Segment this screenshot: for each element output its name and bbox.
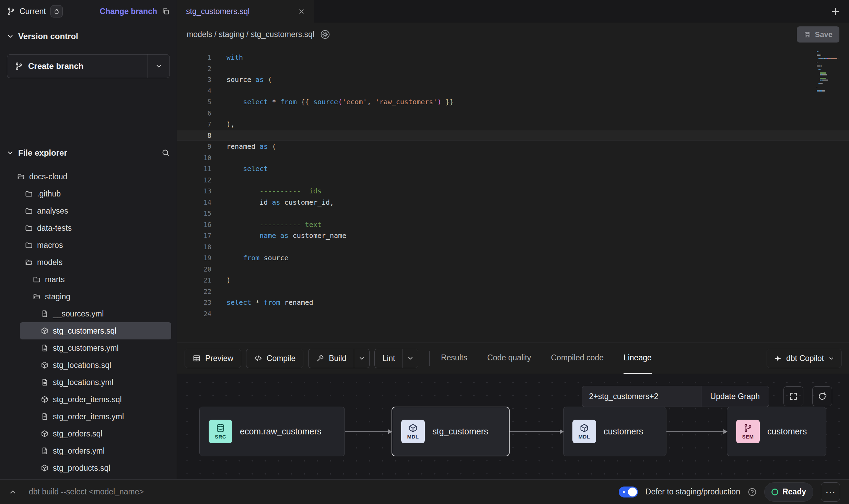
panel-tab-results[interactable]: Results <box>441 343 467 374</box>
change-branch-link[interactable]: Change branch <box>100 7 157 16</box>
code-line-20[interactable]: 20 <box>177 264 849 275</box>
code-line-16[interactable]: 16 ---------- text <box>177 219 849 230</box>
code-line-21[interactable]: 21) <box>177 275 849 286</box>
code-line-13[interactable]: 13 ---------- ids <box>177 185 849 197</box>
lineage-node-customers-model[interactable]: MDL customers <box>563 407 666 456</box>
minimap[interactable] <box>817 51 841 94</box>
code-line-22[interactable]: 22 <box>177 286 849 297</box>
code-line-7[interactable]: 7), <box>177 119 849 130</box>
create-branch-label: Create branch <box>28 61 83 71</box>
lint-button[interactable]: Lint <box>374 349 403 368</box>
code-line-10[interactable]: 10 <box>177 152 849 164</box>
code-line-19[interactable]: 19 from source <box>177 252 849 264</box>
tree-item-__sources.yml[interactable]: __sources.yml <box>0 305 177 322</box>
lineage-node-stg-customers[interactable]: MDL stg_customers <box>392 407 510 456</box>
tab-stg-customers-sql[interactable]: stg_customers.sql <box>177 0 314 23</box>
dbt-cloud-ide: Current Change branch Version control <box>0 0 849 504</box>
cube-icon <box>580 423 589 433</box>
tree-item-stg_order_items.yml[interactable]: stg_order_items.yml <box>0 408 177 425</box>
help-icon[interactable] <box>748 488 757 496</box>
sidebar: Current Change branch Version control <box>0 0 177 479</box>
refresh-button[interactable] <box>812 386 832 406</box>
code-line-24[interactable]: 24 <box>177 308 849 320</box>
tree-item-stg_locations.yml[interactable]: stg_locations.yml <box>0 374 177 391</box>
save-button[interactable]: Save <box>797 26 839 43</box>
chevron-up-icon[interactable] <box>9 488 16 496</box>
current-branch-label: Current <box>20 7 46 16</box>
code-line-23[interactable]: 23select * from renamed <box>177 297 849 308</box>
panel-tab-code-quality[interactable]: Code quality <box>487 343 531 374</box>
line-text: select * from renamed <box>211 298 313 307</box>
code-line-18[interactable]: 18 <box>177 241 849 253</box>
code-line-17[interactable]: 17 name as customer_name <box>177 230 849 241</box>
build-button[interactable]: Build <box>308 349 354 368</box>
code-line-4[interactable]: 4 <box>177 85 849 97</box>
panel-tab-lineage[interactable]: Lineage <box>624 343 652 374</box>
more-menu-button[interactable]: ⋯ <box>821 482 840 502</box>
code-line-2[interactable]: 2 <box>177 63 849 74</box>
tree-item-stg_orders.sql[interactable]: stg_orders.sql <box>0 425 177 442</box>
compile-button[interactable]: Compile <box>246 349 303 368</box>
fullscreen-icon <box>789 392 798 401</box>
copy-icon[interactable] <box>162 7 170 15</box>
lint-dropdown-chevron[interactable] <box>403 349 418 368</box>
code-line-8[interactable]: 8 <box>177 130 849 141</box>
save-label: Save <box>815 30 833 39</box>
create-branch-main[interactable]: Create branch <box>7 55 148 78</box>
create-branch-dropdown[interactable] <box>148 55 170 78</box>
tree-item-stg_orders.yml[interactable]: stg_orders.yml <box>0 442 177 459</box>
version-control-section-header[interactable]: Version control <box>0 23 177 41</box>
code-line-9[interactable]: 9renamed as ( <box>177 141 849 152</box>
code-line-15[interactable]: 15 <box>177 208 849 219</box>
status-bar-right: Defer to staging/production Ready ⋯ <box>619 482 840 502</box>
lineage-node-customers-semantic[interactable]: SEM customers <box>727 407 826 456</box>
tree-item-stg_order_items.sql[interactable]: stg_order_items.sql <box>0 391 177 408</box>
line-number: 8 <box>177 132 211 139</box>
close-tab-icon[interactable] <box>298 8 305 15</box>
tree-item-docs-cloud[interactable]: docs-cloud <box>0 168 177 185</box>
tree-item-models[interactable]: models <box>0 254 177 271</box>
update-graph-button[interactable]: Update Graph <box>701 386 769 407</box>
line-text: ---------- text <box>211 220 322 229</box>
tree-item-analyses[interactable]: analyses <box>0 202 177 219</box>
preview-button[interactable]: Preview <box>185 349 241 368</box>
code-line-3[interactable]: 3source as ( <box>177 74 849 85</box>
defer-toggle[interactable] <box>619 487 638 497</box>
tree-item-marts[interactable]: marts <box>0 271 177 288</box>
code-line-11[interactable]: 11 select <box>177 163 849 175</box>
tree-item-stg_customers.sql[interactable]: stg_customers.sql <box>20 322 171 339</box>
tree-item-macros[interactable]: macros <box>0 237 177 254</box>
copilot-label: dbt Copilot <box>786 354 824 363</box>
dbt-copilot-button[interactable]: dbt Copilot <box>767 349 841 368</box>
code-line-6[interactable]: 6 <box>177 108 849 119</box>
command-hint[interactable]: dbt build --select <model_name> <box>29 487 144 496</box>
node-label: customers <box>767 427 807 436</box>
tree-item-stg_products.sql[interactable]: stg_products.sql <box>0 459 177 477</box>
fullscreen-button[interactable] <box>783 386 803 406</box>
tree-item-data-tests[interactable]: data-tests <box>0 219 177 237</box>
lineage-controls: Update Graph <box>582 386 832 407</box>
tree-item-stg_locations.sql[interactable]: stg_locations.sql <box>0 357 177 374</box>
lineage-node-ecom-raw-customers[interactable]: SRC ecom.raw_customers <box>199 407 345 456</box>
create-branch-button[interactable]: Create branch <box>7 54 170 78</box>
bottom-toolbar: Preview Compile Build <box>177 343 849 374</box>
code-line-14[interactable]: 14 id as customer_id, <box>177 197 849 208</box>
tree-item-staging[interactable]: staging <box>0 288 177 305</box>
code-editor[interactable]: 1with23source as (45 select * from {{ so… <box>177 46 849 343</box>
new-tab-button[interactable] <box>822 7 849 16</box>
tree-item-label: marts <box>45 275 65 284</box>
lineage-selector-input[interactable] <box>582 386 701 407</box>
code-line-12[interactable]: 12 <box>177 175 849 186</box>
file-explorer-section-header[interactable]: File explorer <box>0 148 177 158</box>
tree-item-stg_customers.yml[interactable]: stg_customers.yml <box>0 339 177 357</box>
ready-status-badge[interactable]: Ready <box>764 482 813 502</box>
file-tree: docs-cloud.githubanalysesdata-testsmacro… <box>0 168 177 477</box>
semantic-badge: SEM <box>736 420 760 443</box>
search-icon[interactable] <box>162 149 170 157</box>
file-settings-icon[interactable] <box>320 29 330 39</box>
tree-item-.github[interactable]: .github <box>0 185 177 202</box>
code-line-5[interactable]: 5 select * from {{ source('ecom', 'raw_c… <box>177 96 849 108</box>
panel-tab-compiled-code[interactable]: Compiled code <box>551 343 604 374</box>
code-line-1[interactable]: 1with <box>177 52 849 63</box>
build-dropdown-chevron[interactable] <box>354 349 370 368</box>
